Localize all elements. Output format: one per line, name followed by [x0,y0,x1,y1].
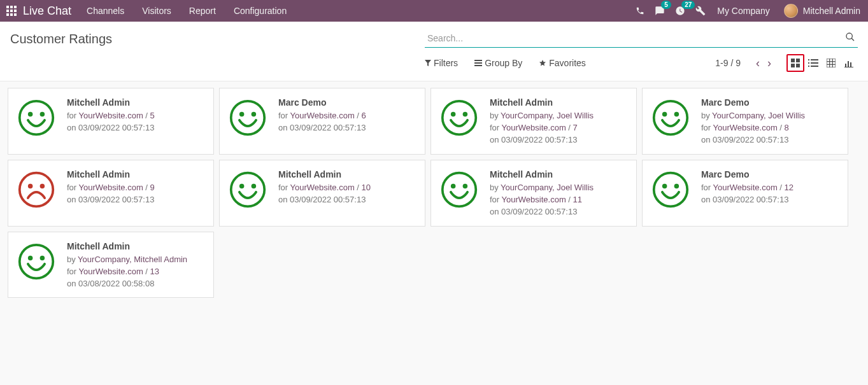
svg-rect-23 [811,66,818,67]
on-value: 03/09/2022 00:57:13 [290,195,366,204]
toolbar: Filters Group By Favorites 1-9 / 9 ‹ › [0,48,868,81]
phone-icon[interactable] [636,6,644,15]
svg-rect-16 [791,64,795,67]
for-prefix: for [278,111,290,120]
card-partner-name: Marc Demo [701,168,793,181]
svg-point-38 [252,112,257,117]
by-prefix: by [67,255,78,264]
for-value: YourWebsite.com [79,183,143,192]
svg-point-52 [451,183,456,188]
svg-point-41 [463,112,468,117]
card-body: Mitchell Adminby YourCompany, Joel Willi… [490,96,594,146]
view-pivot[interactable] [822,54,840,72]
card-for-line: for YourWebsite.com / 8 [701,122,805,134]
svg-rect-8 [14,13,17,16]
avatar [784,4,798,18]
messages-icon[interactable]: 5 [655,6,665,16]
svg-point-55 [662,183,667,188]
happy-face-icon [651,171,690,209]
svg-rect-0 [6,6,9,8]
rating-card[interactable]: Mitchell Adminby YourCompany, Mitchell A… [8,232,214,298]
filters-button[interactable]: Filters [425,58,458,68]
nav-visitors[interactable]: Visitors [142,6,171,16]
svg-point-43 [662,112,667,117]
favorites-label: Favorites [549,58,586,68]
rating-card[interactable]: Mitchell Adminfor YourWebsite.com / 10on… [219,160,425,227]
nav-configuration[interactable]: Configuration [234,6,287,16]
nav-channels[interactable]: Channels [87,6,124,16]
svg-point-42 [654,101,688,135]
on-prefix: on [490,207,501,216]
nav-report[interactable]: Report [189,6,216,16]
rating-card[interactable]: Mitchell Adminby YourCompany, Joel Willi… [430,160,637,227]
company-selector[interactable]: My Company [717,6,769,16]
debug-icon[interactable] [695,6,706,16]
card-on-line: on 03/09/2022 00:57:13 [701,194,793,206]
page-title: Customer Ratings [10,29,112,46]
svg-point-33 [20,101,53,135]
for-prefix: for [490,123,502,132]
on-prefix: on [67,123,78,132]
card-for-line: for YourWebsite.com / 13 [67,266,187,278]
brand-title[interactable]: Live Chat [23,4,71,18]
search-icon[interactable] [845,32,855,44]
svg-point-39 [443,101,476,135]
svg-point-53 [463,183,468,188]
search-input[interactable] [425,29,858,48]
card-partner-name: Mitchell Admin [67,240,187,253]
pager: 1-9 / 9 ‹ › [715,57,775,70]
svg-rect-7 [10,13,13,16]
for-prefix: for [490,195,502,204]
for-num: 9 [150,183,155,192]
rating-card[interactable]: Marc Demofor YourWebsite.com / 12on 03/0… [642,160,848,227]
view-list[interactable] [804,54,822,72]
card-for-line: for YourWebsite.com / 7 [490,122,594,134]
happy-face-icon [440,171,478,209]
view-switcher [786,54,858,72]
slash: / [355,183,362,192]
pager-prev[interactable]: ‹ [752,57,764,70]
rating-card[interactable]: Marc Demoby YourCompany, Joel Willisfor … [642,88,848,155]
card-by-line: by YourCompany, Joel Willis [490,182,594,194]
svg-point-50 [252,183,257,188]
svg-rect-18 [808,59,809,60]
on-prefix: on [701,135,713,144]
svg-point-58 [28,255,33,260]
card-on-line: on 03/09/2022 00:57:13 [490,206,594,218]
kanban-container: Mitchell Adminfor YourWebsite.com / 5on … [0,81,868,304]
for-num: 5 [150,111,155,120]
rating-card[interactable]: Marc Demofor YourWebsite.com / 6on 03/09… [219,88,425,155]
favorites-button[interactable]: Favorites [539,58,586,68]
groupby-button[interactable]: Group By [474,58,522,68]
svg-rect-30 [848,61,849,67]
card-body: Mitchell Adminfor YourWebsite.com / 5on … [67,96,155,134]
card-for-line: for YourWebsite.com / 11 [490,194,594,206]
for-prefix: for [701,183,713,192]
activities-icon[interactable]: 27 [675,6,685,16]
by-prefix: by [701,111,712,120]
for-value: YourWebsite.com [290,183,355,192]
rating-card[interactable]: Mitchell Adminfor YourWebsite.com / 5on … [8,88,214,155]
card-on-line: on 03/09/2022 00:57:13 [67,194,155,206]
on-value: 03/08/2022 00:58:08 [78,279,154,288]
rating-card[interactable]: Mitchell Adminfor YourWebsite.com / 9on … [8,160,214,227]
apps-icon[interactable] [5,6,18,16]
for-num: 7 [573,123,578,132]
by-value: YourCompany, Joel Willis [501,111,594,120]
svg-rect-4 [10,10,13,12]
card-body: Mitchell Adminby YourCompany, Mitchell A… [67,240,187,290]
pager-next[interactable]: › [764,57,775,70]
for-value: YourWebsite.com [290,111,355,120]
on-value: 03/09/2022 00:57:13 [290,123,366,132]
pager-text: 1-9 / 9 [715,58,741,68]
for-prefix: for [67,267,79,276]
view-graph[interactable] [840,54,858,72]
card-for-line: for YourWebsite.com / 10 [278,182,371,194]
slash: / [566,195,573,204]
svg-point-48 [231,173,265,207]
card-on-line: on 03/09/2022 00:57:13 [278,194,371,206]
rating-card[interactable]: Mitchell Adminby YourCompany, Joel Willi… [430,88,637,155]
svg-rect-22 [808,66,809,67]
user-menu[interactable]: Mitchell Admin [784,4,860,18]
view-kanban[interactable] [786,54,804,72]
